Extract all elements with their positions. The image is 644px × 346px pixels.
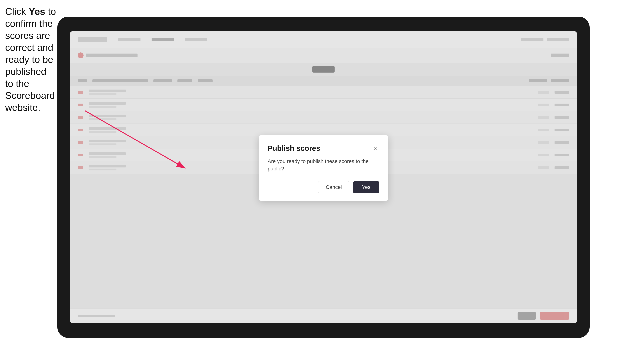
publish-scores-dialog: Publish scores × Are you ready to publis… bbox=[259, 135, 388, 200]
tablet-device: Publish scores × Are you ready to publis… bbox=[57, 17, 590, 338]
instruction-text: Click Yes to confirm the scores are corr… bbox=[5, 5, 57, 114]
dialog-title-row: Publish scores × bbox=[268, 144, 379, 153]
dialog-body-text: Are you ready to publish these scores to… bbox=[268, 158, 379, 172]
yes-button[interactable]: Yes bbox=[353, 181, 379, 193]
dialog-overlay: Publish scores × Are you ready to publis… bbox=[70, 31, 577, 323]
dialog-close-button[interactable]: × bbox=[371, 144, 379, 153]
dialog-actions: Cancel Yes bbox=[268, 181, 379, 193]
tablet-screen: Publish scores × Are you ready to publis… bbox=[70, 31, 577, 323]
dialog-title: Publish scores bbox=[268, 144, 320, 153]
cancel-button[interactable]: Cancel bbox=[318, 181, 349, 193]
